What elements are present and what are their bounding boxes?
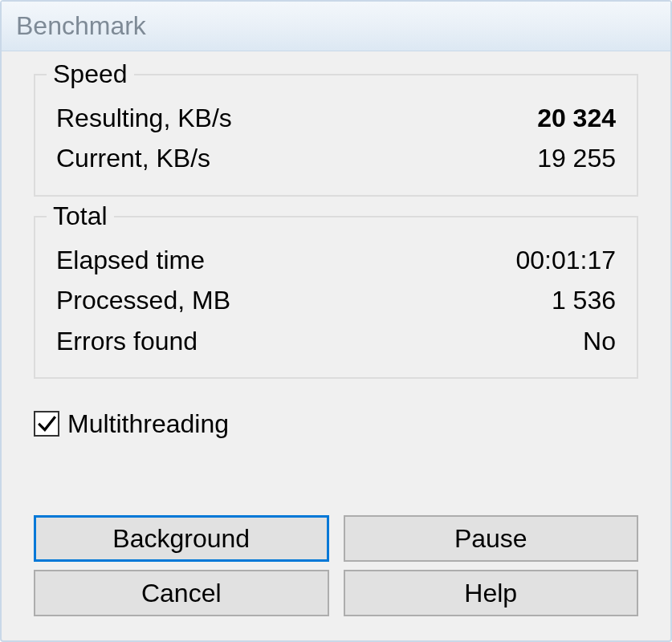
speed-current-row: Current, KB/s 19 255 [56, 140, 616, 177]
speed-resulting-label: Resulting, KB/s [56, 100, 232, 136]
titlebar[interactable]: Benchmark [2, 2, 670, 51]
total-group: Total Elapsed time 00:01:17 Processed, M… [34, 216, 638, 379]
total-errors-label: Errors found [56, 323, 198, 360]
total-processed-label: Processed, MB [56, 282, 230, 319]
total-elapsed-row: Elapsed time 00:01:17 [56, 242, 616, 278]
benchmark-dialog: Benchmark Speed Resulting, KB/s 20 324 C… [0, 0, 672, 642]
cancel-button[interactable]: Cancel [34, 570, 329, 616]
speed-group: Speed Resulting, KB/s 20 324 Current, KB… [34, 74, 638, 197]
pause-button[interactable]: Pause [344, 515, 639, 562]
speed-current-label: Current, KB/s [56, 140, 210, 177]
window-title: Benchmark [16, 11, 146, 41]
total-errors-row: Errors found No [56, 323, 616, 360]
checkmark-icon [34, 411, 59, 437]
client-area: Speed Resulting, KB/s 20 324 Current, KB… [2, 51, 670, 640]
multithreading-checkbox[interactable]: Multithreading [34, 409, 638, 439]
total-legend: Total [47, 201, 114, 231]
total-elapsed-label: Elapsed time [56, 242, 205, 278]
speed-legend: Speed [47, 59, 134, 89]
speed-current-value: 19 255 [537, 140, 616, 177]
multithreading-label: Multithreading [67, 409, 229, 439]
total-processed-row: Processed, MB 1 536 [56, 282, 616, 319]
help-button[interactable]: Help [344, 570, 639, 616]
speed-resulting-row: Resulting, KB/s 20 324 [56, 100, 616, 136]
background-button[interactable]: Background [34, 515, 329, 562]
button-row: Background Pause Cancel Help [34, 515, 638, 616]
total-processed-value: 1 536 [552, 282, 616, 319]
total-elapsed-value: 00:01:17 [515, 242, 616, 278]
total-errors-value: No [583, 323, 616, 360]
speed-resulting-value: 20 324 [537, 100, 616, 136]
